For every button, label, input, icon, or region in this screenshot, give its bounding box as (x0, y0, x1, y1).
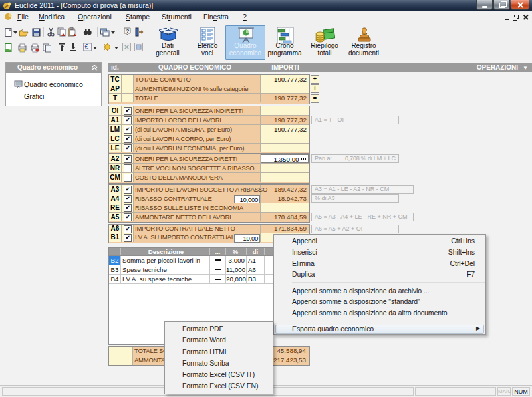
svg-text:€: € (85, 43, 89, 51)
svg-text:?: ? (126, 28, 130, 34)
